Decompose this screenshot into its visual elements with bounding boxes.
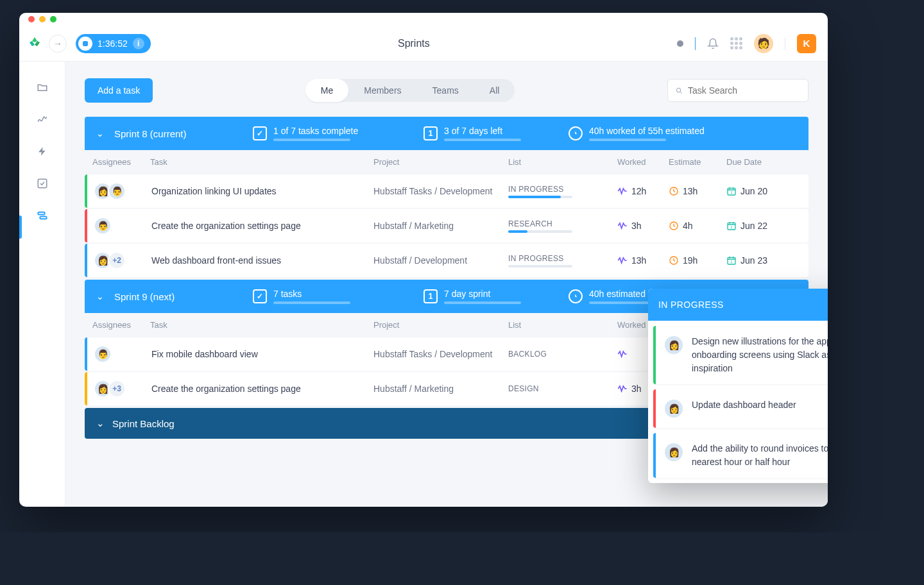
svg-text:1: 1 xyxy=(730,191,733,194)
col-task: Task xyxy=(150,320,373,330)
task-name: Create the organization settings page xyxy=(151,384,373,394)
apps-grid-icon[interactable] xyxy=(730,37,742,49)
svg-rect-1 xyxy=(38,212,45,215)
avatar[interactable]: 👨 xyxy=(94,345,112,363)
calendar-icon: 1 xyxy=(424,126,438,140)
divider xyxy=(695,37,696,50)
avatar[interactable]: 👨 xyxy=(94,217,112,235)
svg-text:1: 1 xyxy=(730,225,733,229)
stat-next-tasks: 7 tasks xyxy=(273,289,350,299)
chevron-down-icon: ⌄ xyxy=(96,291,104,301)
avatar-more[interactable]: +2 xyxy=(108,251,126,269)
col-project: Project xyxy=(373,320,508,330)
nav-forward-button[interactable]: → xyxy=(49,35,67,53)
sidebar-activity-icon[interactable] xyxy=(36,113,49,126)
top-actions: 🧑 K xyxy=(677,34,816,53)
window-zoom-icon[interactable] xyxy=(50,16,56,22)
page-title: Sprints xyxy=(151,38,677,49)
sidebar-bolt-icon[interactable] xyxy=(36,145,49,158)
divider xyxy=(785,37,785,50)
sidebar xyxy=(19,62,65,507)
tasks-icon: ✓ xyxy=(253,289,267,303)
avatar: 👩 xyxy=(663,335,684,355)
avatar: 👩 xyxy=(663,442,684,462)
task-list: DESIGN xyxy=(508,384,617,393)
window-close-icon[interactable] xyxy=(28,16,35,22)
task-worked: 13h xyxy=(617,255,669,266)
notifications-icon[interactable] xyxy=(707,38,719,49)
assignees: 👩+3 xyxy=(94,380,151,398)
backlog-label: Sprint Backlog xyxy=(112,418,175,429)
presence-indicator-icon[interactable] xyxy=(677,40,683,47)
clock-icon xyxy=(569,126,583,140)
col-worked: Worked xyxy=(617,157,669,167)
avatar[interactable]: 👨 xyxy=(108,182,126,200)
in-progress-card[interactable]: 👩 Design new illustrations for the app o… xyxy=(653,326,828,384)
user-avatar[interactable]: 🧑 xyxy=(754,34,773,53)
task-estimate: 13h xyxy=(669,186,726,196)
task-list: BACKLOG xyxy=(508,350,617,359)
tab-me[interactable]: Me xyxy=(305,79,348,102)
sidebar-checkbox-icon[interactable] xyxy=(36,177,49,190)
timer-pill[interactable]: 1:36:52 i xyxy=(76,34,151,53)
app-window: → 1:36:52 i Sprints 🧑 K xyxy=(19,13,828,507)
search-icon xyxy=(676,86,683,96)
search-box[interactable] xyxy=(667,79,809,102)
in-progress-title: IN PROGRESS xyxy=(658,300,724,310)
task-name: Web dashboard front-end issues xyxy=(151,255,373,266)
assignees: 👩+2 xyxy=(94,251,151,269)
window-minimize-icon[interactable] xyxy=(39,16,46,22)
task-project: Hubstaff Tasks / Development xyxy=(373,349,508,359)
tab-teams[interactable]: Teams xyxy=(417,79,474,102)
task-row[interactable]: 👩+2 Web dashboard front-end issues Hubst… xyxy=(85,244,809,277)
col-list: List xyxy=(508,320,617,330)
task-worked: 3h xyxy=(617,221,669,231)
task-row[interactable]: 👩👨 Organization linking UI updates Hubst… xyxy=(85,174,809,208)
task-list: IN PROGRESS xyxy=(508,185,617,198)
task-name: Organization linking UI updates xyxy=(151,186,373,196)
workspace-badge[interactable]: K xyxy=(797,34,816,53)
add-icon[interactable]: ＋ xyxy=(827,296,828,314)
avatar-more[interactable]: +3 xyxy=(108,380,126,398)
in-progress-card[interactable]: 👩 Update dashboard header xyxy=(653,389,828,428)
avatar: 👩 xyxy=(663,398,684,419)
svg-rect-2 xyxy=(40,217,47,219)
task-estimate: 19h xyxy=(669,255,726,266)
search-input[interactable] xyxy=(688,85,800,96)
app-logo-icon[interactable] xyxy=(26,35,44,53)
in-progress-card[interactable]: 👩 Add the ability to round invoices to t… xyxy=(653,433,828,478)
timer-value: 1:36:52 xyxy=(98,38,128,49)
card-text: Design new illustrations for the app onb… xyxy=(692,335,828,375)
chevron-down-icon: ⌄ xyxy=(96,418,105,429)
chevron-down-icon: ⌄ xyxy=(96,128,104,139)
svg-point-3 xyxy=(676,88,680,92)
in-progress-panel: IN PROGRESS ＋ ⋮ 👩 Design new illustratio… xyxy=(648,289,828,483)
task-list: RESEARCH xyxy=(508,219,617,233)
assignees: 👨 xyxy=(94,217,151,235)
svg-rect-0 xyxy=(38,179,47,188)
col-task: Task xyxy=(150,157,373,167)
task-project: Hubstaff Tasks / Development xyxy=(373,186,508,196)
stat-next-days: 7 day sprint xyxy=(444,289,521,299)
sidebar-sprints-icon[interactable] xyxy=(36,209,49,222)
timer-stop-button[interactable] xyxy=(78,37,92,51)
assignees: 👩👨 xyxy=(94,182,151,200)
in-progress-header: IN PROGRESS ＋ ⋮ xyxy=(648,289,828,321)
sidebar-folder-icon[interactable] xyxy=(36,81,49,94)
tab-all[interactable]: All xyxy=(474,79,515,102)
col-assignees: Assignees xyxy=(92,157,150,167)
col-list: List xyxy=(508,157,617,167)
stat-hours: 40h worked of 55h estimated xyxy=(589,126,705,136)
add-task-button[interactable]: Add a task xyxy=(85,78,153,103)
column-headers: Assignees Task Project List Worked Estim… xyxy=(85,150,809,173)
tab-members[interactable]: Members xyxy=(348,79,416,102)
window-titlebar xyxy=(19,13,828,26)
card-text: Update dashboard header xyxy=(692,398,796,419)
timer-info-icon[interactable]: i xyxy=(133,38,144,49)
col-project: Project xyxy=(373,157,508,167)
task-name: Create the organization settings page xyxy=(151,221,373,231)
task-estimate: 4h xyxy=(669,221,726,231)
task-worked: 12h xyxy=(617,186,669,196)
sprint-current-header[interactable]: ⌄ Sprint 8 (current) ✓ 1 of 7 tasks comp… xyxy=(85,117,809,150)
task-row[interactable]: 👨 Create the organization settings page … xyxy=(85,209,809,242)
